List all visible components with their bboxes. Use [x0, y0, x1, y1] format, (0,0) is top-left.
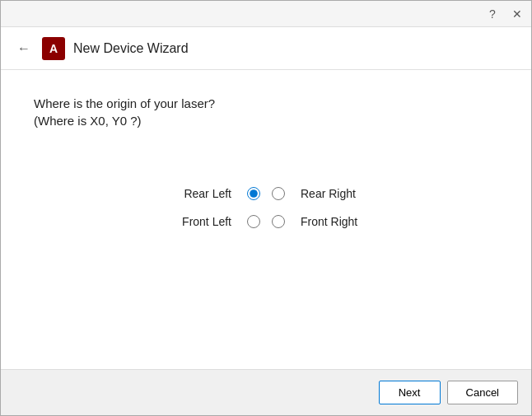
- cancel-button[interactable]: Cancel: [447, 381, 518, 404]
- header-bar: ← A New Device Wizard: [1, 27, 531, 70]
- help-button[interactable]: ?: [485, 7, 500, 21]
- app-logo: A: [42, 37, 65, 60]
- next-button[interactable]: Next: [379, 381, 441, 404]
- wizard-title: New Device Wizard: [73, 41, 189, 56]
- front-right-radio[interactable]: [272, 215, 285, 228]
- footer: Next Cancel: [1, 369, 531, 415]
- close-button[interactable]: ✕: [510, 7, 525, 21]
- rear-left-radio[interactable]: [247, 187, 260, 200]
- rear-right-radio[interactable]: [272, 187, 285, 200]
- back-button[interactable]: ←: [14, 38, 34, 59]
- question-main: Where is the origin of your laser?: [34, 96, 498, 110]
- radio-grid: Rear Left Rear Right Front Left Front Ri…: [34, 187, 498, 228]
- front-right-label: Front Right: [291, 215, 390, 228]
- rear-right-label: Rear Right: [291, 187, 390, 200]
- title-bar: ? ✕: [1, 1, 531, 27]
- content-area: Where is the origin of your laser? (Wher…: [1, 70, 531, 369]
- front-left-label: Front Left: [142, 215, 241, 228]
- rear-left-label: Rear Left: [142, 187, 241, 200]
- question-sub: (Where is X0, Y0 ?): [34, 114, 498, 128]
- front-left-radio[interactable]: [247, 215, 260, 228]
- wizard-window: ? ✕ ← A New Device Wizard Where is the o…: [0, 0, 532, 416]
